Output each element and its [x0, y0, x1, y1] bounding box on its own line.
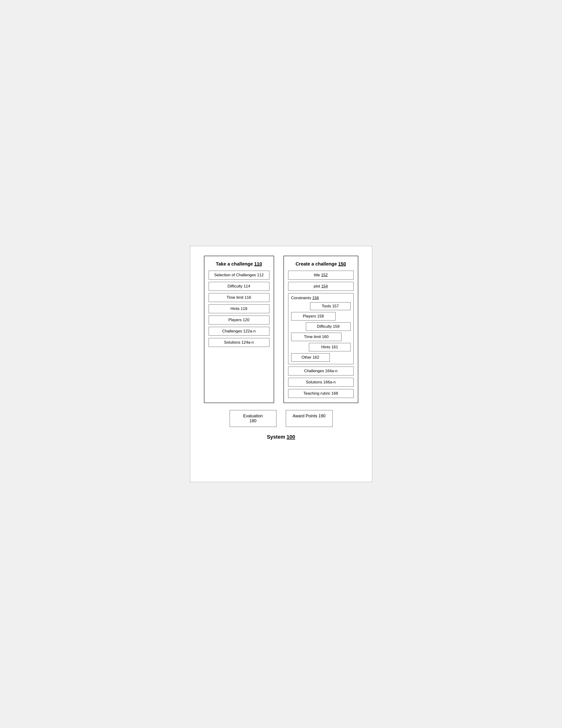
system-title: System 100	[267, 434, 295, 440]
constraints-header: Constraints 156	[291, 296, 351, 300]
constraints-group-box: Constraints 156 Tools 157 Players 158	[288, 293, 354, 364]
players-right-box: Players 158	[291, 312, 336, 320]
other-right-box: Other 162	[291, 353, 330, 362]
time-limit-left-box: Time limit 116	[209, 293, 269, 302]
title-right-box: title 152	[288, 271, 354, 280]
award-points-box: Award Points 190	[286, 410, 333, 427]
evaluation-box: Evaluation 180	[230, 410, 276, 427]
right-title: Create a challenge 150	[296, 261, 346, 267]
challenges-right-box: Challenges 164a-n	[288, 367, 354, 375]
create-a-challenge-box: Create a challenge 150 title 152 plot 15…	[283, 256, 358, 403]
left-title: Take a challenge 110	[216, 261, 262, 267]
teaching-rubric-box: Teaching rubric 168	[288, 389, 354, 398]
main-content: Take a challenge 110 Selection of Challe…	[197, 256, 365, 403]
challenges-left-box: Challenges 122a-n	[209, 327, 269, 336]
tools-right-box: Tools 157	[310, 302, 351, 310]
hints-left-box: Hints 118	[209, 304, 269, 313]
timelimit-right-box: Time limit 160	[291, 333, 342, 341]
hints-right-box: Hints 161	[309, 343, 351, 351]
solutions-right-box: Solutions 166a-n	[288, 378, 354, 387]
plot-right-box: plot 154	[288, 282, 354, 291]
take-a-challenge-box: Take a challenge 110 Selection of Challe…	[204, 256, 274, 403]
difficulty-left-box: Difficulty 114	[209, 282, 269, 291]
bottom-row: Evaluation 180 Award Points 190	[197, 410, 365, 427]
page: Take a challenge 110 Selection of Challe…	[190, 246, 372, 482]
solutions-left-box: Solutions 124a-n	[209, 338, 269, 347]
difficulty-right-box: Difficulty 159	[306, 322, 351, 331]
players-left-box: Players 120	[209, 316, 269, 324]
selection-challenges-box: Selection of Challenges 112	[209, 271, 269, 280]
